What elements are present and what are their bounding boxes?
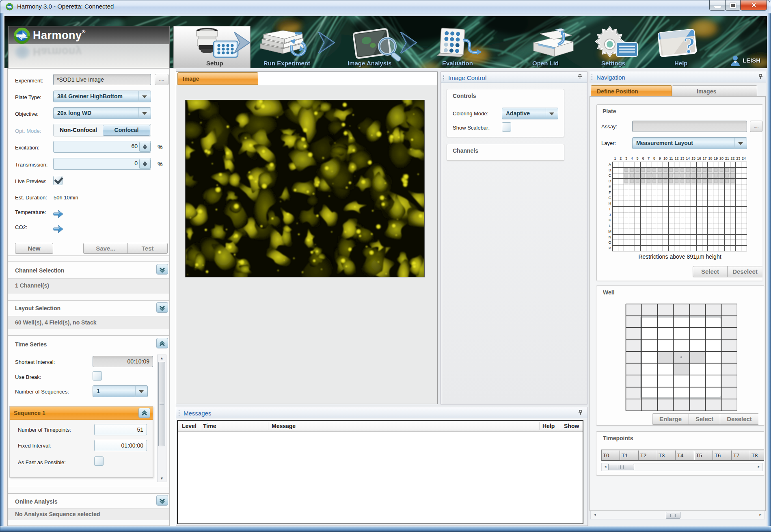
svg-text:16: 16 [697,156,701,160]
svg-text:?: ? [684,32,695,58]
svg-text:B: B [609,168,611,172]
svg-text:17: 17 [703,156,707,160]
svg-text:19: 19 [714,156,718,160]
svg-text:22: 22 [730,156,734,160]
svg-text:M: M [608,229,611,234]
svg-text:12: 12 [675,156,679,160]
svg-text:14: 14 [686,156,690,160]
svg-text:20: 20 [719,156,723,160]
svg-text:7: 7 [648,156,650,160]
svg-text:I: I [609,207,611,211]
svg-text:10: 10 [663,156,667,160]
svg-text:21: 21 [725,156,729,160]
svg-text:K: K [609,218,611,222]
svg-text:6: 6 [642,156,644,160]
svg-text:11: 11 [669,156,673,160]
svg-text:H: H [609,201,611,205]
svg-text:O: O [608,240,611,244]
svg-text:1: 1 [614,156,616,160]
svg-text:A: A [609,162,611,167]
svg-text:15: 15 [691,156,695,160]
svg-text:4: 4 [631,156,633,160]
svg-text:D: D [609,179,611,183]
svg-text:F: F [609,190,611,195]
svg-text:P: P [609,246,611,250]
svg-text:9: 9 [659,156,661,160]
svg-text:8: 8 [653,156,655,160]
svg-text:N: N [609,235,611,239]
svg-text:18: 18 [708,156,712,160]
svg-text:5: 5 [637,156,639,160]
svg-text:L: L [609,224,611,228]
svg-text:23: 23 [736,156,740,160]
svg-text:G: G [608,196,611,200]
svg-text:E: E [609,185,611,189]
svg-text:J: J [609,213,611,217]
svg-text:C: C [609,173,611,177]
svg-text:2: 2 [620,156,622,160]
svg-text:13: 13 [680,156,684,160]
svg-text:24: 24 [742,156,746,160]
svg-text:3: 3 [625,156,627,160]
